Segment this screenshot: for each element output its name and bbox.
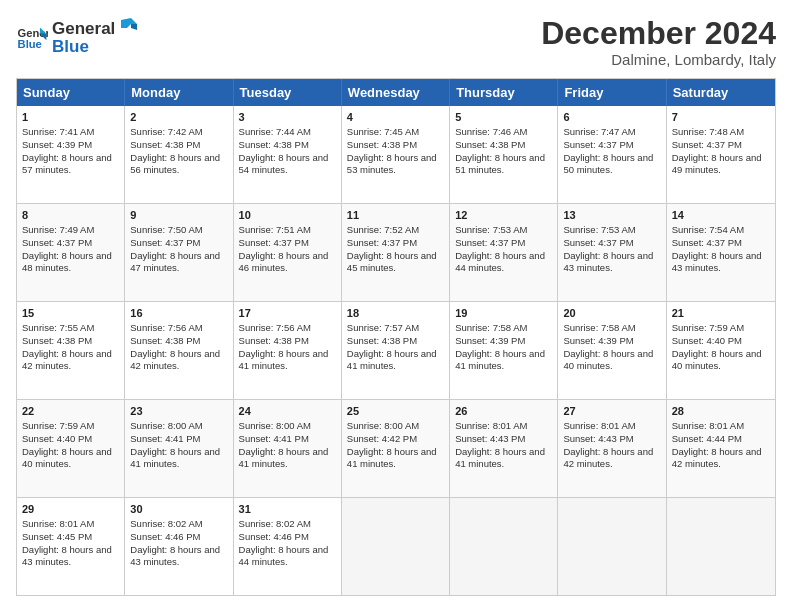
- sunset: Sunset: 4:37 PM: [672, 237, 742, 248]
- day-number: 4: [347, 110, 444, 125]
- day-number: 8: [22, 208, 119, 223]
- daylight: Daylight: 8 hours and 42 minutes.: [22, 348, 112, 372]
- calendar-cell: 20Sunrise: 7:58 AMSunset: 4:39 PMDayligh…: [558, 302, 666, 399]
- daylight: Daylight: 8 hours and 44 minutes.: [455, 250, 545, 274]
- day-number: 5: [455, 110, 552, 125]
- sunrise: Sunrise: 7:42 AM: [130, 126, 202, 137]
- sunset: Sunset: 4:38 PM: [130, 139, 200, 150]
- sunrise: Sunrise: 7:58 AM: [563, 322, 635, 333]
- sunset: Sunset: 4:43 PM: [563, 433, 633, 444]
- sunset: Sunset: 4:37 PM: [239, 237, 309, 248]
- sunset: Sunset: 4:39 PM: [455, 335, 525, 346]
- daylight: Daylight: 8 hours and 41 minutes.: [130, 446, 220, 470]
- daylight: Daylight: 8 hours and 40 minutes.: [563, 348, 653, 372]
- sunrise: Sunrise: 8:02 AM: [130, 518, 202, 529]
- day-number: 31: [239, 502, 336, 517]
- sunrise: Sunrise: 8:01 AM: [672, 420, 744, 431]
- day-number: 3: [239, 110, 336, 125]
- weekday-thursday: Thursday: [450, 79, 558, 106]
- calendar-cell: 3Sunrise: 7:44 AMSunset: 4:38 PMDaylight…: [234, 106, 342, 203]
- calendar-cell: [342, 498, 450, 595]
- sunset: Sunset: 4:37 PM: [130, 237, 200, 248]
- calendar-cell: 21Sunrise: 7:59 AMSunset: 4:40 PMDayligh…: [667, 302, 775, 399]
- sunrise: Sunrise: 7:50 AM: [130, 224, 202, 235]
- weekday-monday: Monday: [125, 79, 233, 106]
- sunset: Sunset: 4:38 PM: [347, 335, 417, 346]
- daylight: Daylight: 8 hours and 42 minutes.: [563, 446, 653, 470]
- day-number: 6: [563, 110, 660, 125]
- day-number: 26: [455, 404, 552, 419]
- sunset: Sunset: 4:37 PM: [563, 237, 633, 248]
- page: General Blue General Blue December 2024 …: [0, 0, 792, 612]
- daylight: Daylight: 8 hours and 43 minutes.: [563, 250, 653, 274]
- sunset: Sunset: 4:45 PM: [22, 531, 92, 542]
- sunset: Sunset: 4:39 PM: [22, 139, 92, 150]
- day-number: 29: [22, 502, 119, 517]
- day-number: 2: [130, 110, 227, 125]
- calendar-cell: 25Sunrise: 8:00 AMSunset: 4:42 PMDayligh…: [342, 400, 450, 497]
- sunrise: Sunrise: 7:49 AM: [22, 224, 94, 235]
- calendar-cell: 11Sunrise: 7:52 AMSunset: 4:37 PMDayligh…: [342, 204, 450, 301]
- logo: General Blue General Blue: [16, 16, 141, 57]
- daylight: Daylight: 8 hours and 43 minutes.: [130, 544, 220, 568]
- calendar-cell: 15Sunrise: 7:55 AMSunset: 4:38 PMDayligh…: [17, 302, 125, 399]
- sunset: Sunset: 4:38 PM: [455, 139, 525, 150]
- logo-icon: General Blue: [16, 21, 48, 53]
- calendar-cell: 22Sunrise: 7:59 AMSunset: 4:40 PMDayligh…: [17, 400, 125, 497]
- calendar-cell: 16Sunrise: 7:56 AMSunset: 4:38 PMDayligh…: [125, 302, 233, 399]
- calendar-cell: 24Sunrise: 8:00 AMSunset: 4:41 PMDayligh…: [234, 400, 342, 497]
- calendar-row-5: 29Sunrise: 8:01 AMSunset: 4:45 PMDayligh…: [17, 497, 775, 595]
- calendar-cell: [667, 498, 775, 595]
- day-number: 9: [130, 208, 227, 223]
- sunrise: Sunrise: 8:00 AM: [130, 420, 202, 431]
- calendar-cell: 23Sunrise: 8:00 AMSunset: 4:41 PMDayligh…: [125, 400, 233, 497]
- sunrise: Sunrise: 7:58 AM: [455, 322, 527, 333]
- sunset: Sunset: 4:42 PM: [347, 433, 417, 444]
- daylight: Daylight: 8 hours and 51 minutes.: [455, 152, 545, 176]
- sunrise: Sunrise: 8:00 AM: [239, 420, 311, 431]
- day-number: 10: [239, 208, 336, 223]
- day-number: 24: [239, 404, 336, 419]
- calendar-cell: 1Sunrise: 7:41 AMSunset: 4:39 PMDaylight…: [17, 106, 125, 203]
- weekday-wednesday: Wednesday: [342, 79, 450, 106]
- daylight: Daylight: 8 hours and 41 minutes.: [347, 446, 437, 470]
- sunrise: Sunrise: 8:01 AM: [22, 518, 94, 529]
- daylight: Daylight: 8 hours and 53 minutes.: [347, 152, 437, 176]
- sunset: Sunset: 4:38 PM: [22, 335, 92, 346]
- calendar-cell: 8Sunrise: 7:49 AMSunset: 4:37 PMDaylight…: [17, 204, 125, 301]
- day-number: 20: [563, 306, 660, 321]
- daylight: Daylight: 8 hours and 45 minutes.: [347, 250, 437, 274]
- calendar-header: SundayMondayTuesdayWednesdayThursdayFrid…: [17, 79, 775, 106]
- sunset: Sunset: 4:37 PM: [347, 237, 417, 248]
- calendar-cell: 29Sunrise: 8:01 AMSunset: 4:45 PMDayligh…: [17, 498, 125, 595]
- day-number: 23: [130, 404, 227, 419]
- calendar-cell: 2Sunrise: 7:42 AMSunset: 4:38 PMDaylight…: [125, 106, 233, 203]
- day-number: 27: [563, 404, 660, 419]
- day-number: 21: [672, 306, 770, 321]
- sunrise: Sunrise: 7:41 AM: [22, 126, 94, 137]
- weekday-tuesday: Tuesday: [234, 79, 342, 106]
- sunrise: Sunrise: 7:56 AM: [130, 322, 202, 333]
- sunset: Sunset: 4:40 PM: [22, 433, 92, 444]
- calendar-cell: 4Sunrise: 7:45 AMSunset: 4:38 PMDaylight…: [342, 106, 450, 203]
- svg-marker-5: [131, 24, 137, 30]
- sunset: Sunset: 4:38 PM: [239, 335, 309, 346]
- sunrise: Sunrise: 7:59 AM: [672, 322, 744, 333]
- day-number: 1: [22, 110, 119, 125]
- calendar-cell: 12Sunrise: 7:53 AMSunset: 4:37 PMDayligh…: [450, 204, 558, 301]
- sunset: Sunset: 4:43 PM: [455, 433, 525, 444]
- day-number: 18: [347, 306, 444, 321]
- sunrise: Sunrise: 7:54 AM: [672, 224, 744, 235]
- daylight: Daylight: 8 hours and 43 minutes.: [22, 544, 112, 568]
- weekday-sunday: Sunday: [17, 79, 125, 106]
- sunset: Sunset: 4:37 PM: [672, 139, 742, 150]
- sunset: Sunset: 4:46 PM: [130, 531, 200, 542]
- daylight: Daylight: 8 hours and 41 minutes.: [239, 348, 329, 372]
- calendar-cell: 31Sunrise: 8:02 AMSunset: 4:46 PMDayligh…: [234, 498, 342, 595]
- calendar-cell: 7Sunrise: 7:48 AMSunset: 4:37 PMDaylight…: [667, 106, 775, 203]
- day-number: 15: [22, 306, 119, 321]
- daylight: Daylight: 8 hours and 57 minutes.: [22, 152, 112, 176]
- sunrise: Sunrise: 7:51 AM: [239, 224, 311, 235]
- sunrise: Sunrise: 8:01 AM: [563, 420, 635, 431]
- sunrise: Sunrise: 7:45 AM: [347, 126, 419, 137]
